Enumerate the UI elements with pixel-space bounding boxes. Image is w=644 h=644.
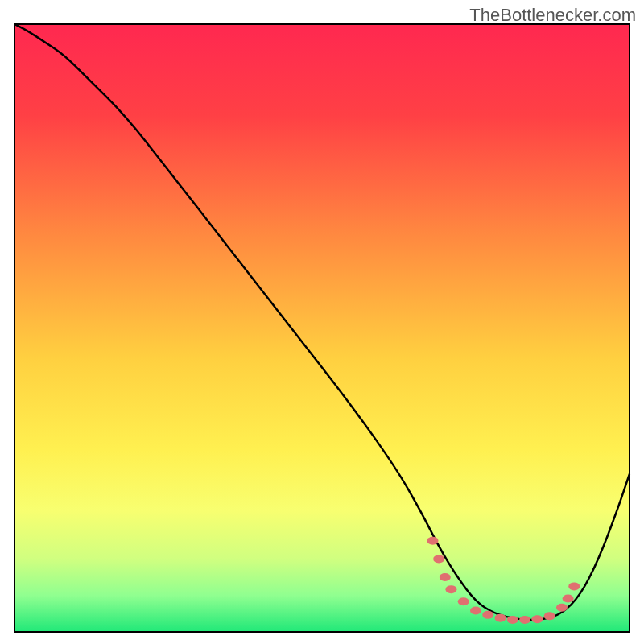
marker-dot xyxy=(556,604,568,612)
marker-dot xyxy=(470,607,481,615)
marker-dot xyxy=(563,594,574,602)
marker-dot xyxy=(544,612,555,620)
marker-dot xyxy=(433,555,444,563)
marker-dot xyxy=(427,537,439,545)
marker-dot xyxy=(531,615,543,623)
marker-dot xyxy=(482,611,493,619)
marker-dot xyxy=(440,573,451,581)
bottleneck-chart xyxy=(0,0,644,644)
marker-dot xyxy=(568,582,580,590)
marker-dot xyxy=(458,597,469,605)
chart-container: TheBottlenecker.com xyxy=(0,0,644,644)
marker-dot xyxy=(495,614,506,622)
marker-dot xyxy=(519,616,530,624)
gradient-background xyxy=(14,24,630,632)
marker-dot xyxy=(445,585,456,593)
watermark-label: TheBottlenecker.com xyxy=(469,5,636,26)
marker-dot xyxy=(507,616,518,624)
